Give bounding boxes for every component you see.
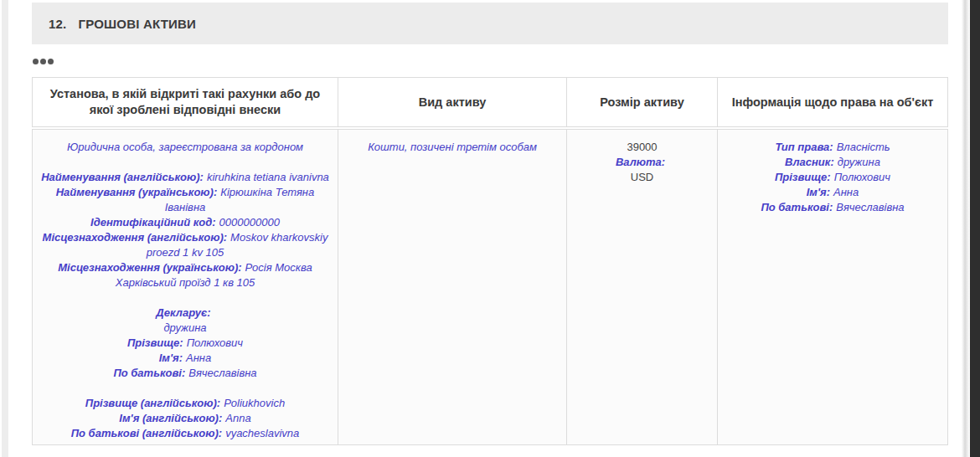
section-number: 12. [49, 17, 66, 31]
field-line: Ідентифікаційний код:0000000000 [41, 215, 329, 230]
field-line: Ім'я:Анна [41, 351, 329, 366]
declaration-page: 12. ГРОШОВІ АКТИВИ Установа, в якій відк… [0, 0, 980, 457]
field-label: Прізвище: [775, 171, 831, 183]
cell-institution: Юридична особа, зареєстрована за кордоно… [33, 130, 338, 444]
field-line: По батькові (англійською):vyacheslavivna [41, 426, 329, 441]
field-label: Ім'я: [159, 352, 183, 364]
field-value: Вячеславівна [188, 367, 256, 379]
field-line: По батькові:Вячеславівна [726, 200, 939, 215]
ellipsis-icon [33, 59, 948, 64]
section-header-bar: 12. ГРОШОВІ АКТИВИ [32, 3, 948, 44]
field-line: По батькові:Вячеславівна [41, 366, 329, 381]
declaration-content: 12. ГРОШОВІ АКТИВИ Установа, в якій відк… [32, 0, 948, 457]
section-title: ГРОШОВІ АКТИВИ [78, 17, 196, 31]
cell-rights-info: Тип права:Власність Власник:дружина Пріз… [717, 130, 947, 444]
field-value: Полюхович [187, 336, 243, 349]
declares-value-line: дружина [41, 321, 329, 336]
field-label: Прізвище (англійською): [85, 397, 220, 409]
cell-asset-size: 39000 Валюта: USD [566, 130, 717, 444]
field-label: Місцезнаходження (англійською): [43, 231, 228, 244]
cell-asset-type: Кошти, позичені третім особам [338, 130, 566, 444]
field-label: По батькові: [113, 367, 185, 379]
field-line: Місцезнаходження (українською):Росія Мос… [41, 260, 329, 290]
field-label: Ідентифікаційний код: [90, 216, 216, 228]
field-label: Ім'я (англійською): [119, 412, 222, 424]
asset-currency: USD [575, 170, 709, 185]
field-value: Poliukhovich [224, 397, 285, 409]
field-value: дружина [838, 156, 880, 168]
header-asset-size: Розмір активу [566, 78, 717, 126]
field-line: Прізвище:Полюхович [41, 336, 329, 351]
field-label: По батькові (англійською): [71, 427, 222, 439]
field-value: 0000000000 [219, 216, 280, 228]
field-label: Ім'я: [807, 186, 830, 198]
field-line: Найменування (англійською):kiruhkina tet… [41, 170, 329, 185]
field-line: Прізвище:Полюхович [726, 170, 939, 185]
field-label: Найменування (українською): [56, 186, 218, 198]
field-value: Анна [186, 352, 211, 364]
field-value: Anna [225, 412, 250, 424]
currency-label-line: Валюта: [575, 155, 709, 170]
field-label: Валюта: [616, 156, 665, 168]
field-line: Ім'я:Анна [726, 185, 939, 200]
window-right-edge [970, 0, 980, 457]
field-value: vyacheslavivna [225, 427, 299, 439]
field-label: По батькові: [761, 201, 833, 213]
field-line: Власник:дружина [726, 155, 939, 170]
field-line: Прізвище (англійською):Poliukhovich [41, 396, 329, 411]
field-value: kiruhkina tetiana ivanivna [207, 171, 329, 183]
spacer [41, 155, 329, 170]
monetary-assets-table: Установа, в якій відкриті такі рахунки а… [32, 77, 948, 445]
spacer [41, 290, 329, 306]
field-line: Ім'я (англійською):Anna [41, 411, 329, 426]
field-value: Анна [833, 186, 859, 198]
entity-type: Юридична особа, зареєстрована за кордоно… [41, 140, 329, 155]
table-header-row: Установа, в якій відкриті такі рахунки а… [32, 77, 948, 127]
field-label: Тип права: [775, 141, 833, 153]
field-label: Прізвище: [127, 336, 183, 349]
asset-type-text: Кошти, позичені третім особам [347, 140, 558, 155]
field-line: Місцезнаходження (англійською):Moskov kh… [41, 230, 329, 260]
field-value: Власність [837, 141, 890, 153]
field-label: Найменування (англійською): [41, 171, 204, 183]
declares-label-line: Декларує: [41, 306, 329, 321]
header-asset-type: Вид активу [338, 78, 566, 126]
field-value: Вячеславівна [836, 201, 904, 213]
field-line: Найменування (українською):Кірюшкіна Тет… [41, 185, 329, 215]
table-row: Юридична особа, зареєстрована за кордоно… [32, 129, 948, 445]
field-label: Місцезнаходження (українською): [58, 261, 241, 274]
field-line: Тип права:Власність [726, 140, 939, 155]
header-rights-info: Інформація щодо права на об'єкт [717, 78, 947, 126]
field-label: Декларує: [156, 306, 210, 319]
asset-amount: 39000 [575, 140, 709, 155]
header-institution: Установа, в якій відкриті такі рахунки а… [33, 78, 338, 126]
page-left-edge [2, 0, 8, 457]
field-value: Полюхович [834, 171, 890, 183]
page-right-shadow [962, 0, 969, 457]
field-label: Власник: [785, 156, 834, 168]
spacer [41, 381, 329, 396]
